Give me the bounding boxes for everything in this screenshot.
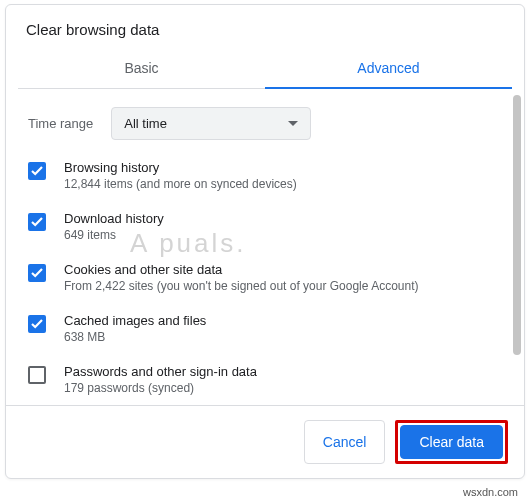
checkbox-passwords[interactable] — [28, 366, 46, 384]
attribution: wsxdn.com — [463, 486, 518, 498]
chevron-down-icon — [288, 121, 298, 126]
time-range-row: Time range All time — [26, 89, 498, 150]
time-range-value: All time — [124, 116, 167, 131]
check-icon — [31, 166, 43, 176]
item-browsing-history: Browsing history 12,844 items (and more … — [26, 150, 498, 201]
item-label: Cached images and files — [64, 313, 206, 328]
check-icon — [31, 268, 43, 278]
checkbox-cached[interactable] — [28, 315, 46, 333]
check-icon — [31, 217, 43, 227]
item-sub: 638 MB — [64, 330, 206, 344]
item-label: Download history — [64, 211, 164, 226]
scroll-area: Time range All time Browsing history 12,… — [6, 89, 524, 405]
check-icon — [31, 319, 43, 329]
item-cached: Cached images and files 638 MB — [26, 303, 498, 354]
tabs: Basic Advanced — [18, 50, 512, 89]
item-download-history: Download history 649 items — [26, 201, 498, 252]
dialog-title: Clear browsing data — [6, 5, 524, 50]
item-label: Browsing history — [64, 160, 297, 175]
tab-advanced[interactable]: Advanced — [265, 50, 512, 88]
item-sub: 12,844 items (and more on synced devices… — [64, 177, 297, 191]
highlight-box: Clear data — [395, 420, 508, 464]
cancel-button[interactable]: Cancel — [304, 420, 386, 464]
dialog-actions: Cancel Clear data — [6, 405, 524, 478]
item-sub: 179 passwords (synced) — [64, 381, 257, 395]
scrollbar[interactable] — [513, 95, 521, 355]
item-cookies: Cookies and other site data From 2,422 s… — [26, 252, 498, 303]
item-label: Cookies and other site data — [64, 262, 419, 277]
time-range-label: Time range — [28, 116, 93, 131]
clear-browsing-data-dialog: Clear browsing data Basic Advanced Time … — [5, 4, 525, 479]
checkbox-cookies[interactable] — [28, 264, 46, 282]
item-sub: 649 items — [64, 228, 164, 242]
checkbox-download-history[interactable] — [28, 213, 46, 231]
tab-basic[interactable]: Basic — [18, 50, 265, 88]
item-passwords: Passwords and other sign-in data 179 pas… — [26, 354, 498, 405]
item-label: Passwords and other sign-in data — [64, 364, 257, 379]
time-range-select[interactable]: All time — [111, 107, 311, 140]
clear-data-button[interactable]: Clear data — [400, 425, 503, 459]
item-sub: From 2,422 sites (you won't be signed ou… — [64, 279, 419, 293]
checkbox-browsing-history[interactable] — [28, 162, 46, 180]
